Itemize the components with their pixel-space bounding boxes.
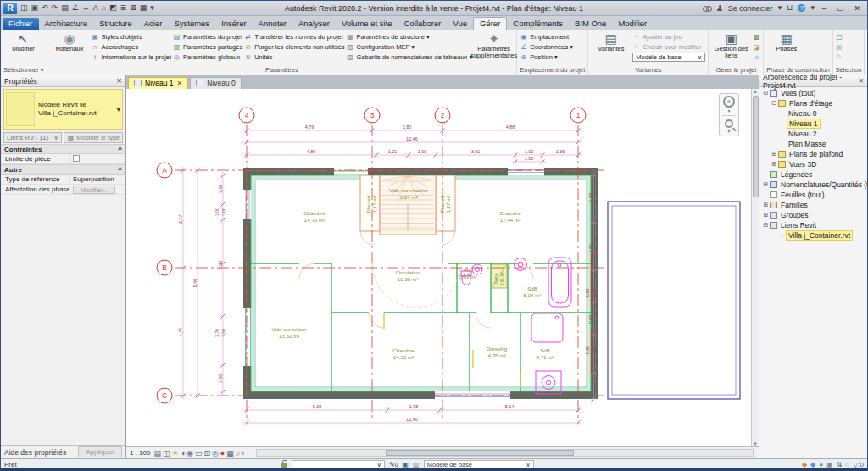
design-option-dropdown[interactable]: Modèle de base∨ [424,460,534,468]
properties-close-icon[interactable]: ✕ [116,77,122,85]
ribbon-item-saveselect[interactable]: ▢ [836,32,843,42]
expand-icon[interactable]: ⊞ [771,161,778,168]
store-cart-icon[interactable]: ⊔ [787,4,793,12]
tree-item-l-gendes[interactable]: Légendes [760,169,867,180]
rendering-icon[interactable]: ◉ [186,449,193,457]
menu-tab-vue[interactable]: Vue [447,18,473,30]
expand-icon[interactable]: ⊞ [771,151,778,158]
type-selector-caret-icon[interactable]: ▾ [116,106,120,114]
menu-tab-acier[interactable]: Acier [138,18,169,30]
help-caret-icon[interactable]: ▾ [810,4,815,12]
ribbon-item-startview[interactable]: ⌂ [753,53,760,62]
scale-control[interactable]: 1 : 100 [130,449,150,457]
properties-help-link[interactable]: Aide des propriétés [4,448,66,457]
horizontal-scroll-thumb[interactable] [386,450,574,456]
property-value[interactable]: Modifier... [70,186,125,194]
expand-icon[interactable]: ⊞ [762,202,770,208]
sun-path-icon[interactable]: ☀ [172,449,179,457]
sign-in-caret-icon[interactable]: ▾ [778,4,782,12]
zoom-icon[interactable] [725,119,733,128]
text-icon[interactable]: A [93,4,98,12]
close-hidden-windows-icon[interactable]: ⊠ [130,4,136,12]
account-icon[interactable] [717,5,723,11]
constraints-icon[interactable]: ○ [236,449,240,457]
ribbon-item-informations-sur-le-projet[interactable]: iInformations sur le projet [92,53,172,62]
tree-item-niveau-0[interactable]: Niveau 0 [760,108,867,119]
menu-tab-bim-one[interactable]: BIM One [569,18,613,30]
measure-icon[interactable]: ∠ [72,4,79,12]
ribbon-item-accrochages[interactable]: ∩Accrochages [92,42,172,52]
search-icon[interactable] [703,6,712,11]
toggle-select-icon[interactable]: ⇅ [837,461,843,468]
requests-icon[interactable]: ● [819,461,823,468]
filter-icon[interactable]: ▽:0 [853,461,864,468]
sign-in-link[interactable]: Se connecter [728,4,773,13]
view-tab-close-icon[interactable]: ✕ [177,80,183,87]
help-icon[interactable]: ? [798,4,805,12]
vertical-scrollbar[interactable]: ▲ ▼ [751,89,759,446]
tree-item-familles[interactable]: ⊞Familles [760,200,867,210]
expand-icon[interactable]: ⊞ [762,181,770,188]
collapse-icon[interactable]: ⊟ [771,100,778,107]
scroll-up-icon[interactable]: ▲ [753,89,758,94]
app-menu-button[interactable]: R [3,3,17,14]
ribbon-item-position[interactable]: ⊕Position ▾ [520,53,573,62]
print-icon[interactable]: ▤ [61,4,69,12]
ribbon-item-image[interactable]: ▩ [753,32,760,42]
section-collapse-icon[interactable]: ^ [118,146,122,153]
ribbon-button-variantes[interactable]: ▤Variantes [591,30,631,53]
workset-dropdown[interactable]: ∨ [292,460,385,468]
edit-type-button[interactable]: ▦ Modifier le type [64,132,123,143]
type-selector[interactable]: Modèle Revit lié Villa j_Container.rvt ▾ [3,89,123,130]
tree-item-vues-3d[interactable]: ⊞Vues 3D [760,159,867,169]
menu-tab-syst-mes[interactable]: Systèmes [168,18,215,30]
detail-level-icon[interactable]: ▤ [153,449,161,457]
tree-item-vues-tout[interactable]: ⊟Vues (tout) [760,88,867,98]
collapse-icon[interactable]: ⊟ [762,90,770,97]
zoom-caret-icon[interactable]: ▾ [727,130,730,134]
thin-lines-icon[interactable]: ≣ [120,4,127,12]
temporary-hide-icon[interactable]: ◎ [212,449,219,457]
crop-view-icon[interactable]: ▭ [195,449,203,457]
browser-close-icon[interactable]: ✕ [858,77,864,85]
menu-tab-fichier[interactable]: Fichier [3,18,39,30]
tree-item-niveau-1[interactable]: Niveau 1 [760,119,867,129]
save-icon[interactable]: ▣ [31,4,39,12]
minimize-button[interactable]: – [820,4,829,13]
editing-requests-icon[interactable]: ✎0 [389,461,398,468]
menu-tab-structure[interactable]: Structure [93,18,138,30]
reveal-hidden-icon[interactable]: ● [220,449,225,457]
menu-tab-volume-et-site[interactable]: Volume et site [336,18,398,30]
menu-tab-analyser[interactable]: Analyser [292,18,336,30]
show-crop-icon[interactable]: ⊡ [203,449,210,457]
collapse-icon[interactable]: ⊟ [762,222,770,229]
ribbon-item-styles-d-objets[interactable]: ▣Styles d'objets [92,32,172,42]
switch-windows-icon[interactable]: ▦ [140,4,147,12]
property-value[interactable]: Superposition [70,175,125,183]
worksharing-lock-icon[interactable] [281,463,287,468]
menu-tab-compl-ments[interactable]: Compléments [507,18,569,30]
worksharing-icon[interactable]: ◆ [802,461,807,468]
tree-item-plans-de-plafond[interactable]: ⊞Plans de plafond [760,149,867,159]
restore-button[interactable]: ▭ [834,4,847,13]
ribbon-item-emplacement[interactable]: ◉Emplacement [520,32,573,42]
menu-tab-collaborer[interactable]: Collaborer [398,18,448,30]
temporary-view-icon[interactable]: ▦ [226,449,234,457]
customize-icon[interactable]: ▾ [150,4,154,12]
shadows-icon[interactable]: ◑ [181,449,185,457]
section-icon[interactable]: ◩ [109,4,117,12]
expand-icon[interactable]: ‹ [242,449,244,457]
ribbon-button-phases[interactable]: ▦Phases [766,30,806,53]
properties-filter-dropdown[interactable]: Liens RVT (1)∨ [3,132,62,143]
checkbox[interactable] [73,155,80,162]
dimension-icon[interactable]: ↔ [82,4,90,12]
menu-tab-modifier[interactable]: Modifier [612,18,653,30]
tree-item-plan-masse[interactable]: Plan Masse [760,139,867,149]
ribbon-button-modifier[interactable]: ↖Modifier [3,30,43,53]
expand-icon[interactable]: ⊞ [762,212,770,219]
apply-button[interactable]: Appliquer [78,446,122,457]
ribbon-dropdown-mod-le-de-base[interactable]: Modèle de base∨ [632,53,705,62]
horizontal-scrollbar[interactable] [256,449,754,457]
ribbon-item-purger-les-l-ments-non-utilis-s[interactable]: ⊘Purger les éléments non utilisés [244,42,344,52]
main-model-icon[interactable]: ▥ [413,461,420,468]
